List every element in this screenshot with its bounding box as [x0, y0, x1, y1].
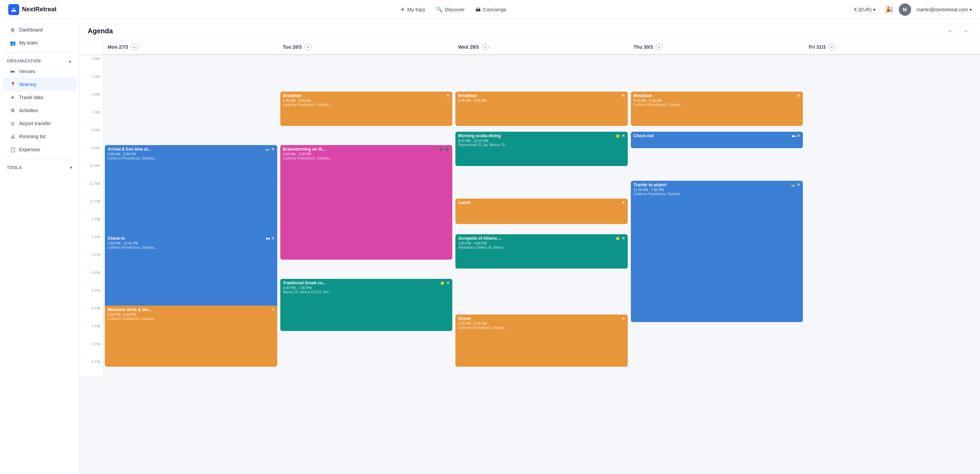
- topnav: NextRetreat ✈ My trips 🔍 Discover 🏔 Conc…: [0, 0, 980, 19]
- h-line: [279, 269, 454, 270]
- event-close-btn[interactable]: ✕: [622, 93, 625, 98]
- currency-selector[interactable]: € (EUR) ▾: [851, 5, 879, 14]
- event-close-btn[interactable]: ✕: [622, 316, 625, 321]
- add-thu-btn[interactable]: +: [656, 43, 663, 50]
- event-card-wed-breakfast[interactable]: Breakfast✕6:30 AM - 8:30 AM: [455, 92, 628, 126]
- event-close-btn[interactable]: ✕: [446, 281, 450, 286]
- h-line: [630, 126, 805, 127]
- sidebar-item-rooming-list[interactable]: 🖨 Rooming list: [3, 130, 76, 143]
- event-title-text: Morning scuba diving: [458, 133, 501, 138]
- event-card-thu-checkout[interactable]: Check-out🛏✕: [631, 132, 803, 148]
- event-close-btn[interactable]: ✕: [797, 182, 800, 187]
- event-location: Leoforos Poseidonos, Glyfada,...: [458, 326, 625, 330]
- time-label-2: 6 AM: [80, 91, 103, 109]
- chevron-down-icon[interactable]: ▾: [70, 165, 72, 170]
- chevron-up-icon[interactable]: ▲: [68, 59, 72, 64]
- event-title-text: Check-in: [108, 236, 125, 241]
- event-location: Skyrou 76, Athina 113 62, Gre...: [283, 290, 450, 294]
- dashboard-icon: ⊞: [10, 27, 16, 33]
- nav-discover[interactable]: 🔍 Discover: [436, 6, 465, 13]
- event-close-btn[interactable]: ➕: [444, 147, 450, 152]
- time-label-9: 1 PM: [80, 216, 103, 233]
- prev-arrow[interactable]: ←: [944, 25, 957, 37]
- sidebar-divider-1: [5, 52, 74, 53]
- event-card-wed-acropolis[interactable]: Acropolis of Athens ...⭐✕2:00 PM - 4:00 …: [455, 234, 628, 268]
- h-line: [805, 73, 980, 73]
- event-close-btn[interactable]: ✕: [622, 236, 625, 241]
- event-close-btn[interactable]: ✕: [446, 93, 450, 98]
- event-card-thu-breakfast[interactable]: Breakfast✕6:30 AM - 8:30 AMLeoforos Pose…: [631, 92, 803, 126]
- days-area: Arrival & free time at...🚌✕9:00 AM - 5:0…: [103, 55, 980, 376]
- h-line: [805, 305, 980, 305]
- h-line: [103, 144, 278, 145]
- logo[interactable]: NextRetreat: [8, 4, 57, 15]
- event-location: Leoforos Poseidonos, Glyfada,...: [633, 192, 800, 196]
- sidebar-item-travel-data[interactable]: ✈ Travel data: [3, 91, 76, 104]
- time-label-10: 2 PM: [80, 233, 103, 251]
- event-type-icon: 🛏: [792, 134, 795, 138]
- add-mon-btn[interactable]: +: [131, 43, 138, 50]
- event-location: Leoforos Poseidonos, Glyfada,...: [283, 156, 450, 160]
- event-title-text: Dinner: [458, 316, 471, 321]
- time-label-11: 3 PM: [80, 251, 103, 269]
- h-line: [630, 358, 805, 359]
- add-wed-btn[interactable]: +: [482, 43, 488, 50]
- h-line: [805, 233, 980, 234]
- h-line: [279, 144, 454, 145]
- sidebar-item-dashboard[interactable]: ⊞ Dashboard: [3, 23, 76, 36]
- nav-concierge[interactable]: 🏔 Concierge: [476, 6, 506, 12]
- time-label-16: 8 PM: [80, 341, 103, 358]
- event-location: Leoforos Poseidonos, Glyfada,...: [283, 103, 450, 107]
- h-line: [805, 162, 980, 163]
- nav-my-trips[interactable]: ✈ My trips: [401, 6, 425, 13]
- day-col-wed: Breakfast✕6:30 AM - 8:30 AMMorning scuba…: [454, 55, 630, 376]
- sidebar-item-my-team[interactable]: 👥 My team: [3, 36, 76, 49]
- airport-icon: ⊙: [10, 120, 16, 126]
- user-menu[interactable]: martin@nextretreat.com ▾: [916, 7, 972, 12]
- event-card-wed-lunch[interactable]: Lunch✕: [455, 199, 628, 224]
- event-close-btn[interactable]: ✕: [797, 133, 800, 138]
- event-close-btn[interactable]: ✕: [271, 147, 274, 152]
- event-card-tue-brainstorm[interactable]: Brainstorming on th...➕➕9:00 AM - 3:30 P…: [280, 145, 453, 260]
- next-arrow[interactable]: →: [959, 25, 972, 37]
- h-line: [279, 73, 454, 73]
- h-line: [454, 233, 629, 234]
- time-label-6: 10 AM: [80, 162, 103, 180]
- event-title-text: Tranfer to airport: [633, 182, 667, 187]
- main-layout: ⊞ Dashboard 👥 My team Organization ▲ 🛏 V…: [0, 19, 980, 474]
- event-card-wed-scuba[interactable]: Morning scuba diving⭐✕8:15 AM - 10:15 AM…: [455, 132, 628, 166]
- event-close-btn[interactable]: ✕: [622, 133, 625, 138]
- event-card-mon-welcome[interactable]: Welcome drink & din...✕6:00 PM - 9:30 PM…: [105, 306, 277, 367]
- event-card-thu-transfer[interactable]: Tranfer to airport🚌✕11:00 AM - 7:00 PMLe…: [631, 181, 803, 322]
- sidebar: ⊞ Dashboard 👥 My team Organization ▲ 🛏 V…: [0, 19, 80, 474]
- avatar[interactable]: M: [899, 3, 911, 16]
- add-tue-btn[interactable]: +: [305, 43, 312, 50]
- sidebar-item-itinerary[interactable]: 📍 Itinerary: [3, 78, 76, 91]
- add-fri-btn[interactable]: +: [828, 43, 835, 50]
- h-line: [805, 287, 980, 287]
- sidebar-item-venues[interactable]: 🛏 Venues: [3, 65, 76, 78]
- event-title-text: Breakfast: [633, 93, 652, 98]
- time-label-4: 8 AM: [80, 126, 103, 144]
- h-line: [805, 216, 980, 216]
- event-time: 2:00 PM - 10:45 PM: [108, 241, 274, 245]
- sidebar-item-activities[interactable]: ⚙ Activities: [3, 104, 76, 117]
- event-card-tue-greek[interactable]: Traditional Greek co...⭐✕4:30 PM - 7:30 …: [280, 279, 453, 331]
- sidebar-item-airport-transfer[interactable]: ⊙ Airport transfer: [3, 117, 76, 130]
- team-icon: 👥: [10, 40, 16, 46]
- event-close-btn[interactable]: ✕: [271, 236, 274, 241]
- calendar-body: 4 AM5 AM6 AM7 AM8 AM9 AM10 AM11 AM12 PM1…: [80, 55, 980, 376]
- time-label-17: 9 PM: [80, 358, 103, 376]
- event-type-icon: ⭐: [616, 134, 620, 138]
- event-card-tue-breakfast[interactable]: Breakfast✕6:30 AM - 8:30 AMLeoforos Pose…: [280, 92, 453, 126]
- sidebar-item-expenses[interactable]: 📋 Expenses: [3, 143, 76, 156]
- event-card-wed-dinner[interactable]: Dinner✕6:30 PM - 9:30 PMLeoforos Poseido…: [455, 314, 628, 367]
- event-close-btn[interactable]: ✕: [271, 307, 274, 312]
- day-header-mon: Mon 27/3 +: [103, 40, 279, 54]
- event-location: Athanasiou Diakou 26, Athina ...: [458, 246, 625, 249]
- event-close-btn[interactable]: ✕: [797, 93, 800, 98]
- time-label-8: 12 PM: [80, 198, 103, 216]
- event-close-btn[interactable]: ✕: [622, 200, 625, 205]
- h-line: [805, 55, 980, 56]
- event-time: 4:30 PM - 7:30 PM: [283, 286, 450, 290]
